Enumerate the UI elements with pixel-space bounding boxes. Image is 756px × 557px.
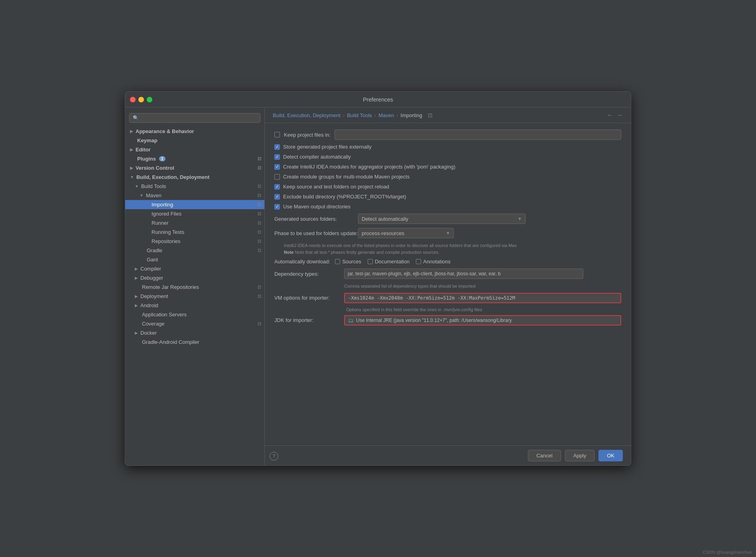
sidebar-item-label: Gant (147, 257, 158, 263)
chevron-right-icon: ▶ (135, 276, 138, 280)
store-externally-label[interactable]: Store generated project files externally (274, 144, 372, 150)
create-modules-label[interactable]: Create IntelliJ IDEA modules for aggrega… (274, 164, 455, 170)
detect-compiler-text: Detect compiler automatically (283, 154, 351, 160)
vm-options-input[interactable] (344, 293, 621, 303)
exclude-build-label[interactable]: Exclude build directory (%PROJECT_ROOT%/… (274, 194, 406, 200)
generated-sources-label: Generated sources folders: (274, 216, 354, 222)
use-maven-output-text: Use Maven output directories (283, 204, 350, 210)
chevron-down-icon: ▼ (130, 175, 134, 179)
sidebar-item-repositories[interactable]: Repositories ⊡ (125, 237, 264, 246)
sync-icon: ⊡ (258, 211, 261, 216)
detect-compiler-label[interactable]: Detect compiler automatically (274, 154, 351, 160)
dependency-types-input[interactable] (344, 269, 583, 279)
minimize-button[interactable] (138, 97, 144, 102)
create-modules-checkbox[interactable] (274, 164, 280, 170)
footer-bar: ? Cancel Apply OK (265, 445, 631, 465)
sidebar-item-editor[interactable]: ▶ Editor (125, 145, 264, 154)
sidebar-item-gradle[interactable]: Gradle ⊡ (125, 246, 264, 255)
create-groups-label[interactable]: Create module groups for multi-module Ma… (274, 174, 410, 180)
sidebar-item-label: Application Servers (142, 312, 187, 318)
breadcrumb-maven[interactable]: Maven (378, 112, 394, 118)
help-button[interactable]: ? (270, 452, 278, 461)
chevron-right-icon: ▶ (135, 331, 138, 335)
apply-button[interactable]: Apply (565, 450, 595, 461)
keep-source-checkbox[interactable] (274, 184, 280, 190)
sidebar-item-label: Remote Jar Repositories (142, 284, 199, 290)
sidebar-item-label: Docker (140, 330, 157, 336)
jdk-dropdown[interactable]: 🗂 Use Internal JRE (java version "11.0.1… (344, 315, 621, 326)
use-maven-output-label[interactable]: Use Maven output directories (274, 204, 350, 210)
sync-icon: ⊡ (258, 202, 261, 207)
sidebar-item-label: Build Tools (141, 183, 166, 189)
chevron-right-icon: ▶ (135, 303, 138, 308)
breadcrumb-build-exec[interactable]: Build, Execution, Deployment (273, 112, 341, 118)
sidebar-item-keymap[interactable]: Keymap (125, 136, 264, 145)
create-groups-checkbox[interactable] (274, 174, 280, 180)
phase-dropdown[interactable]: process-resources ▼ (358, 228, 454, 238)
phase-note-line2: Note that all test-* phases firstly gene… (295, 250, 440, 255)
detect-compiler-checkbox[interactable] (274, 154, 280, 160)
docs-checkbox[interactable] (368, 259, 373, 264)
sidebar-item-coverage[interactable]: Coverage ⊡ (125, 319, 264, 328)
search-box[interactable]: 🔍 (129, 113, 260, 123)
breadcrumb-build-tools[interactable]: Build Tools (347, 112, 372, 118)
annotations-checkbox[interactable] (416, 259, 421, 264)
annotations-checkbox-item[interactable]: Annotations (416, 259, 451, 265)
sidebar-item-docker[interactable]: ▶ Docker (125, 328, 264, 337)
sources-checkbox[interactable] (335, 259, 340, 264)
sidebar-item-gradle-android[interactable]: Gradle-Android Compiler (125, 337, 264, 347)
settings-panel: Keep project files in: Store generated p… (265, 123, 631, 445)
sidebar-item-label: Ignored Files (152, 211, 181, 217)
sidebar-item-compiler[interactable]: ▶ Compiler (125, 264, 264, 273)
sidebar-item-debugger[interactable]: ▶ Debugger (125, 273, 264, 282)
main-content: Build, Execution, Deployment › Build Too… (265, 108, 631, 465)
keep-project-files-label: Keep project files in: (284, 132, 331, 138)
cancel-button[interactable]: Cancel (528, 450, 561, 461)
vm-options-label: VM options for importer: (274, 295, 340, 301)
jdk-icon: 🗂 (348, 317, 354, 324)
maximize-button[interactable] (147, 97, 152, 102)
sidebar-item-label: Build, Execution, Deployment (136, 174, 209, 180)
close-button[interactable] (130, 97, 136, 102)
use-maven-output-checkbox[interactable] (274, 204, 280, 210)
preferences-dialog: Preferences 🔍 ▶ Appearance & Behavior Ke… (125, 91, 631, 466)
docs-checkbox-item[interactable]: Documentation (368, 259, 410, 265)
forward-arrow-icon[interactable]: → (616, 112, 623, 119)
exclude-build-checkbox[interactable] (274, 194, 280, 200)
sidebar-item-deployment[interactable]: ▶ Deployment ⊡ (125, 292, 264, 301)
sidebar-item-remote-jar[interactable]: Remote Jar Repositories ⊡ (125, 282, 264, 292)
keep-source-label[interactable]: Keep source and test folders on project … (274, 184, 389, 190)
sync-icon: ⊡ (258, 284, 261, 290)
sidebar-item-label: Coverage (142, 321, 164, 327)
sidebar-item-appearance[interactable]: ▶ Appearance & Behavior (125, 127, 264, 136)
phase-note: IntelliJ IDEA needs to execute one of th… (284, 242, 621, 255)
back-arrow-icon[interactable]: ← (607, 112, 613, 119)
store-externally-checkbox[interactable] (274, 144, 280, 150)
sidebar-item-build-tools[interactable]: ▼ Build Tools ⊡ (125, 182, 264, 191)
sidebar-item-running-tests[interactable]: Running Tests ⊡ (125, 228, 264, 237)
sidebar-item-ignored-files[interactable]: Ignored Files ⊡ (125, 209, 264, 218)
sidebar-item-runner[interactable]: Runner ⊡ (125, 218, 264, 228)
sources-checkbox-item[interactable]: Sources (335, 259, 361, 265)
sidebar-item-app-servers[interactable]: Application Servers (125, 310, 264, 319)
generated-sources-dropdown[interactable]: Detect automatically ▼ (358, 214, 526, 224)
sidebar-item-maven[interactable]: ▼ Maven ⊡ (125, 191, 264, 200)
create-groups-text: Create module groups for multi-module Ma… (283, 174, 410, 180)
phase-value: process-resources (362, 230, 404, 236)
sidebar-item-build-exec[interactable]: ▼ Build, Execution, Deployment (125, 173, 264, 182)
dependency-types-row: Dependency types: (274, 269, 621, 279)
search-input[interactable] (141, 115, 257, 121)
nav-arrows: ← → (607, 112, 623, 119)
search-icon: 🔍 (133, 115, 139, 121)
watermark: CSDN @huangshanchun (703, 550, 752, 555)
sidebar-item-android[interactable]: ▶ Android (125, 301, 264, 310)
sidebar-item-importing[interactable]: Importing ⊡ (125, 200, 264, 209)
sidebar-item-plugins[interactable]: Plugins 1 ⊡ (125, 154, 264, 163)
keep-project-files-checkbox[interactable] (274, 132, 280, 137)
sidebar-item-version-control[interactable]: ▶ Version Control ⊡ (125, 163, 264, 173)
auto-download-row: Automatically download: Sources Document… (274, 259, 621, 265)
keep-project-files-input[interactable] (335, 129, 621, 140)
ok-button[interactable]: OK (598, 450, 623, 461)
sidebar-item-gant[interactable]: Gant (125, 255, 264, 264)
exclude-build-text: Exclude build directory (%PROJECT_ROOT%/… (283, 194, 406, 200)
